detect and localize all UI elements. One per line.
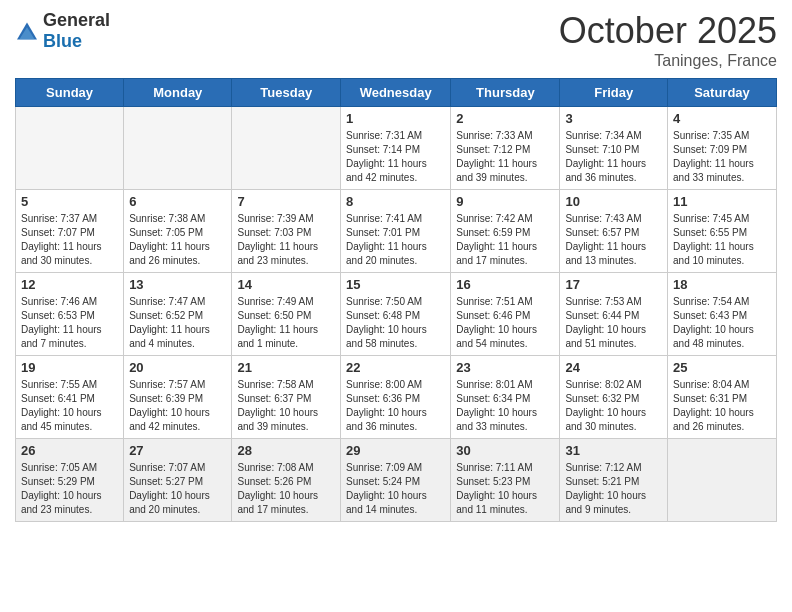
- calendar-cell: [232, 107, 341, 190]
- day-info: Sunrise: 7:55 AM Sunset: 6:41 PM Dayligh…: [21, 378, 118, 434]
- day-info: Sunrise: 8:02 AM Sunset: 6:32 PM Dayligh…: [565, 378, 662, 434]
- day-info: Sunrise: 8:01 AM Sunset: 6:34 PM Dayligh…: [456, 378, 554, 434]
- calendar-cell: 20Sunrise: 7:57 AM Sunset: 6:39 PM Dayli…: [124, 356, 232, 439]
- calendar-cell: [16, 107, 124, 190]
- day-info: Sunrise: 7:12 AM Sunset: 5:21 PM Dayligh…: [565, 461, 662, 517]
- calendar-cell: 28Sunrise: 7:08 AM Sunset: 5:26 PM Dayli…: [232, 439, 341, 522]
- day-number: 3: [565, 111, 662, 126]
- logo-text-blue: Blue: [43, 31, 82, 51]
- day-info: Sunrise: 7:50 AM Sunset: 6:48 PM Dayligh…: [346, 295, 445, 351]
- calendar-cell: 17Sunrise: 7:53 AM Sunset: 6:44 PM Dayli…: [560, 273, 668, 356]
- day-number: 4: [673, 111, 771, 126]
- calendar-cell: 8Sunrise: 7:41 AM Sunset: 7:01 PM Daylig…: [341, 190, 451, 273]
- day-info: Sunrise: 7:08 AM Sunset: 5:26 PM Dayligh…: [237, 461, 335, 517]
- calendar-cell: 31Sunrise: 7:12 AM Sunset: 5:21 PM Dayli…: [560, 439, 668, 522]
- calendar-cell: 13Sunrise: 7:47 AM Sunset: 6:52 PM Dayli…: [124, 273, 232, 356]
- title-block: October 2025 Taninges, France: [559, 10, 777, 70]
- logo-text-general: General: [43, 10, 110, 30]
- weekday-header-thursday: Thursday: [451, 79, 560, 107]
- day-number: 16: [456, 277, 554, 292]
- calendar-cell: 26Sunrise: 7:05 AM Sunset: 5:29 PM Dayli…: [16, 439, 124, 522]
- calendar-cell: 22Sunrise: 8:00 AM Sunset: 6:36 PM Dayli…: [341, 356, 451, 439]
- day-number: 19: [21, 360, 118, 375]
- calendar-cell: 18Sunrise: 7:54 AM Sunset: 6:43 PM Dayli…: [668, 273, 777, 356]
- calendar-cell: 7Sunrise: 7:39 AM Sunset: 7:03 PM Daylig…: [232, 190, 341, 273]
- day-number: 23: [456, 360, 554, 375]
- weekday-header-saturday: Saturday: [668, 79, 777, 107]
- weekday-header-wednesday: Wednesday: [341, 79, 451, 107]
- calendar-cell: 25Sunrise: 8:04 AM Sunset: 6:31 PM Dayli…: [668, 356, 777, 439]
- month-title: October 2025: [559, 10, 777, 52]
- calendar-cell: 2Sunrise: 7:33 AM Sunset: 7:12 PM Daylig…: [451, 107, 560, 190]
- day-info: Sunrise: 7:46 AM Sunset: 6:53 PM Dayligh…: [21, 295, 118, 351]
- day-number: 9: [456, 194, 554, 209]
- calendar-cell: 24Sunrise: 8:02 AM Sunset: 6:32 PM Dayli…: [560, 356, 668, 439]
- day-info: Sunrise: 7:09 AM Sunset: 5:24 PM Dayligh…: [346, 461, 445, 517]
- day-info: Sunrise: 7:42 AM Sunset: 6:59 PM Dayligh…: [456, 212, 554, 268]
- calendar-week-5: 26Sunrise: 7:05 AM Sunset: 5:29 PM Dayli…: [16, 439, 777, 522]
- calendar-cell: 4Sunrise: 7:35 AM Sunset: 7:09 PM Daylig…: [668, 107, 777, 190]
- weekday-header-tuesday: Tuesday: [232, 79, 341, 107]
- day-number: 31: [565, 443, 662, 458]
- calendar-week-3: 12Sunrise: 7:46 AM Sunset: 6:53 PM Dayli…: [16, 273, 777, 356]
- calendar-week-4: 19Sunrise: 7:55 AM Sunset: 6:41 PM Dayli…: [16, 356, 777, 439]
- calendar-cell: 16Sunrise: 7:51 AM Sunset: 6:46 PM Dayli…: [451, 273, 560, 356]
- day-number: 20: [129, 360, 226, 375]
- calendar-cell: 29Sunrise: 7:09 AM Sunset: 5:24 PM Dayli…: [341, 439, 451, 522]
- calendar-cell: 1Sunrise: 7:31 AM Sunset: 7:14 PM Daylig…: [341, 107, 451, 190]
- day-info: Sunrise: 7:49 AM Sunset: 6:50 PM Dayligh…: [237, 295, 335, 351]
- day-info: Sunrise: 7:34 AM Sunset: 7:10 PM Dayligh…: [565, 129, 662, 185]
- day-info: Sunrise: 7:45 AM Sunset: 6:55 PM Dayligh…: [673, 212, 771, 268]
- day-info: Sunrise: 7:38 AM Sunset: 7:05 PM Dayligh…: [129, 212, 226, 268]
- day-number: 28: [237, 443, 335, 458]
- day-info: Sunrise: 7:54 AM Sunset: 6:43 PM Dayligh…: [673, 295, 771, 351]
- day-info: Sunrise: 7:51 AM Sunset: 6:46 PM Dayligh…: [456, 295, 554, 351]
- calendar-cell: 30Sunrise: 7:11 AM Sunset: 5:23 PM Dayli…: [451, 439, 560, 522]
- day-info: Sunrise: 8:00 AM Sunset: 6:36 PM Dayligh…: [346, 378, 445, 434]
- day-number: 2: [456, 111, 554, 126]
- calendar-cell: 3Sunrise: 7:34 AM Sunset: 7:10 PM Daylig…: [560, 107, 668, 190]
- day-info: Sunrise: 7:07 AM Sunset: 5:27 PM Dayligh…: [129, 461, 226, 517]
- day-info: Sunrise: 7:58 AM Sunset: 6:37 PM Dayligh…: [237, 378, 335, 434]
- calendar-week-1: 1Sunrise: 7:31 AM Sunset: 7:14 PM Daylig…: [16, 107, 777, 190]
- day-number: 8: [346, 194, 445, 209]
- day-number: 5: [21, 194, 118, 209]
- calendar-cell: [124, 107, 232, 190]
- day-info: Sunrise: 7:37 AM Sunset: 7:07 PM Dayligh…: [21, 212, 118, 268]
- day-info: Sunrise: 7:57 AM Sunset: 6:39 PM Dayligh…: [129, 378, 226, 434]
- calendar-cell: 21Sunrise: 7:58 AM Sunset: 6:37 PM Dayli…: [232, 356, 341, 439]
- day-info: Sunrise: 7:05 AM Sunset: 5:29 PM Dayligh…: [21, 461, 118, 517]
- day-number: 29: [346, 443, 445, 458]
- day-info: Sunrise: 7:31 AM Sunset: 7:14 PM Dayligh…: [346, 129, 445, 185]
- day-info: Sunrise: 7:39 AM Sunset: 7:03 PM Dayligh…: [237, 212, 335, 268]
- calendar-cell: 11Sunrise: 7:45 AM Sunset: 6:55 PM Dayli…: [668, 190, 777, 273]
- day-number: 13: [129, 277, 226, 292]
- weekday-header-monday: Monday: [124, 79, 232, 107]
- day-number: 30: [456, 443, 554, 458]
- calendar-cell: 27Sunrise: 7:07 AM Sunset: 5:27 PM Dayli…: [124, 439, 232, 522]
- day-info: Sunrise: 7:43 AM Sunset: 6:57 PM Dayligh…: [565, 212, 662, 268]
- weekday-header-sunday: Sunday: [16, 79, 124, 107]
- day-info: Sunrise: 7:35 AM Sunset: 7:09 PM Dayligh…: [673, 129, 771, 185]
- calendar-cell: 6Sunrise: 7:38 AM Sunset: 7:05 PM Daylig…: [124, 190, 232, 273]
- page-header: General Blue October 2025 Taninges, Fran…: [15, 10, 777, 70]
- weekday-header-row: SundayMondayTuesdayWednesdayThursdayFrid…: [16, 79, 777, 107]
- day-number: 10: [565, 194, 662, 209]
- calendar-table: SundayMondayTuesdayWednesdayThursdayFrid…: [15, 78, 777, 522]
- day-number: 24: [565, 360, 662, 375]
- calendar-cell: 10Sunrise: 7:43 AM Sunset: 6:57 PM Dayli…: [560, 190, 668, 273]
- calendar-week-2: 5Sunrise: 7:37 AM Sunset: 7:07 PM Daylig…: [16, 190, 777, 273]
- day-info: Sunrise: 8:04 AM Sunset: 6:31 PM Dayligh…: [673, 378, 771, 434]
- calendar-cell: 12Sunrise: 7:46 AM Sunset: 6:53 PM Dayli…: [16, 273, 124, 356]
- day-number: 21: [237, 360, 335, 375]
- day-number: 14: [237, 277, 335, 292]
- day-number: 12: [21, 277, 118, 292]
- day-number: 27: [129, 443, 226, 458]
- day-number: 18: [673, 277, 771, 292]
- day-number: 25: [673, 360, 771, 375]
- calendar-cell: 23Sunrise: 8:01 AM Sunset: 6:34 PM Dayli…: [451, 356, 560, 439]
- calendar-cell: 15Sunrise: 7:50 AM Sunset: 6:48 PM Dayli…: [341, 273, 451, 356]
- day-number: 7: [237, 194, 335, 209]
- day-number: 26: [21, 443, 118, 458]
- logo-icon: [15, 21, 39, 41]
